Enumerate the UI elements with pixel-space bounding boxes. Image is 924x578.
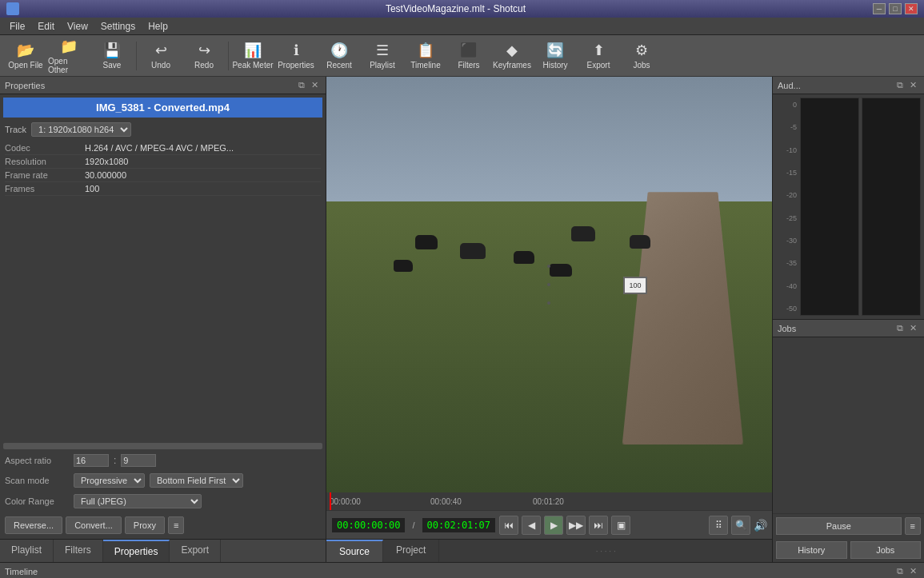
preview-tabs: Source Project · · · · · <box>326 539 772 562</box>
drag-dot-3 <box>547 301 550 305</box>
menu-settings[interactable]: Settings <box>94 19 142 34</box>
cow-2 <box>460 243 486 259</box>
jobs-button[interactable]: ⚙ Jobs <box>621 38 662 74</box>
window-controls[interactable]: ─ □ ✕ <box>873 3 918 14</box>
source-tab[interactable]: Source <box>326 540 383 562</box>
save-button[interactable]: 💾 Save <box>91 38 133 74</box>
track-select[interactable]: 1: 1920x1080 h264 <box>31 122 131 137</box>
bottom-field-select[interactable]: Bottom Field First Top Field First <box>150 473 243 488</box>
open-file-button[interactable]: 📂 Open File <box>5 38 46 74</box>
cow-6 <box>630 235 650 249</box>
redo-button[interactable]: ↪ Redo <box>183 38 225 74</box>
frames-row: Frames 100 <box>5 182 321 196</box>
toolbar-separator-2 <box>228 42 229 70</box>
minimize-btn[interactable]: ─ <box>873 3 886 14</box>
keyframes-icon: ◆ <box>506 42 518 59</box>
timeline-icon: 📋 <box>417 42 434 59</box>
history-icon: 🔄 <box>546 42 564 59</box>
timeline-float-btn[interactable]: ⧉ <box>894 565 906 577</box>
jobs-icon: ⚙ <box>635 42 648 59</box>
step-back-button[interactable]: ◀ <box>522 516 541 535</box>
menu-edit[interactable]: Edit <box>31 19 61 34</box>
scale-0: 0 <box>779 101 797 109</box>
properties-close-btn[interactable]: ✕ <box>309 79 321 91</box>
properties-label: Properties <box>278 61 314 70</box>
play-button[interactable]: ▶ <box>544 516 563 535</box>
menu-view[interactable]: View <box>61 19 94 34</box>
properties-panel: Properties ⧉ ✕ IMG_5381 - Converted.mp4 … <box>0 77 326 562</box>
color-range-select[interactable]: Full (JPEG) Limited <box>74 494 202 508</box>
jobs-tab-button[interactable]: Jobs <box>850 541 922 559</box>
drag-handle <box>547 265 552 305</box>
jobs-title: Jobs <box>778 324 796 333</box>
peak-meter-button[interactable]: 📊 Peak Meter <box>232 38 274 74</box>
properties-menu-button[interactable]: ≡ <box>168 516 184 534</box>
ruler-mark-0: 00:00:00 <box>330 497 361 506</box>
undo-icon: ↩ <box>155 42 167 59</box>
meter-bar-left <box>800 98 859 316</box>
audio-float-btn[interactable]: ⧉ <box>894 79 906 91</box>
recent-button[interactable]: 🕐 Recent <box>318 38 360 74</box>
tab-filters[interactable]: Filters <box>54 540 103 562</box>
in-point-button[interactable]: ▣ <box>611 516 630 535</box>
filters-button[interactable]: ⬛ Filters <box>448 38 490 74</box>
open-other-label: Open Other <box>48 57 90 74</box>
proxy-button[interactable]: Proxy <box>125 516 165 534</box>
history-button[interactable]: 🔄 History <box>534 38 576 74</box>
menu-help[interactable]: Help <box>142 19 174 34</box>
framerate-label: Frame rate <box>5 170 85 180</box>
jobs-float-btn[interactable]: ⧉ <box>894 322 906 334</box>
pause-button[interactable]: Pause <box>776 517 902 535</box>
playlist-button[interactable]: ☰ Playlist <box>362 38 403 74</box>
recent-label: Recent <box>326 61 352 70</box>
open-file-label: Open File <box>8 61 42 70</box>
convert-button[interactable]: Convert... <box>66 516 122 534</box>
aspect-height-input[interactable] <box>121 454 156 467</box>
resolution-label: Resolution <box>5 157 85 166</box>
color-range-label: Color Range <box>5 496 69 506</box>
playhead <box>330 492 331 510</box>
total-timecode: 00:02:01:07 <box>422 517 496 533</box>
zoom-button[interactable]: 🔍 <box>731 516 750 535</box>
grid-button[interactable]: ⠿ <box>709 516 728 535</box>
filters-label: Filters <box>458 61 479 70</box>
close-btn[interactable]: ✕ <box>905 3 918 14</box>
open-other-button[interactable]: 📁 Open Other <box>48 38 90 74</box>
step-forward-button[interactable]: ▶▶ <box>566 516 586 535</box>
properties-scrollbar[interactable] <box>3 443 322 449</box>
main-area: Properties ⧉ ✕ IMG_5381 - Converted.mp4 … <box>0 77 924 562</box>
properties-header: Properties ⧉ ✕ <box>0 77 326 94</box>
tab-export[interactable]: Export <box>170 540 221 562</box>
properties-table: Codec H.264 / AVC / MPEG-4 AVC / MPEG...… <box>0 138 326 441</box>
tab-properties[interactable]: Properties <box>103 540 170 562</box>
reverse-button[interactable]: Reverse... <box>5 516 62 534</box>
framerate-row: Frame rate 30.000000 <box>5 169 321 182</box>
export-button[interactable]: ⬆ Export <box>578 38 619 74</box>
aspect-colon: : <box>114 455 116 466</box>
open-other-icon: 📁 <box>60 38 78 55</box>
history-label: History <box>542 61 567 70</box>
export-label: Export <box>587 61 610 70</box>
keyframes-button[interactable]: ◆ Keyframes <box>491 38 533 74</box>
menu-file[interactable]: File <box>3 19 31 34</box>
go-start-button[interactable]: ⏮ <box>499 516 518 535</box>
aspect-width-input[interactable] <box>74 454 109 467</box>
playlist-icon: ☰ <box>376 42 389 59</box>
properties-float-btn[interactable]: ⧉ <box>296 79 307 91</box>
properties-button[interactable]: ℹ Properties <box>275 38 317 74</box>
audio-panel: Aud... ⧉ ✕ 0 -5 -10 -15 -20 -25 -30 -35 … <box>773 77 924 320</box>
audio-close-btn[interactable]: ✕ <box>907 79 919 91</box>
timeline-close-btn[interactable]: ✕ <box>907 565 919 577</box>
project-tab[interactable]: Project <box>383 540 439 562</box>
tab-playlist[interactable]: Playlist <box>0 540 54 562</box>
scale-15: -15 <box>779 169 797 177</box>
scan-mode-select[interactable]: Progressive Interlaced <box>74 473 145 488</box>
redo-label: Redo <box>194 61 214 70</box>
go-end-button[interactable]: ⏭ <box>589 516 608 535</box>
restore-btn[interactable]: □ <box>889 3 902 14</box>
timeline-button[interactable]: 📋 Timeline <box>405 38 446 74</box>
undo-button[interactable]: ↩ Undo <box>140 38 182 74</box>
history-tab-button[interactable]: History <box>776 541 847 559</box>
jobs-close-btn[interactable]: ✕ <box>907 322 919 334</box>
jobs-menu-button[interactable]: ≡ <box>905 517 921 535</box>
